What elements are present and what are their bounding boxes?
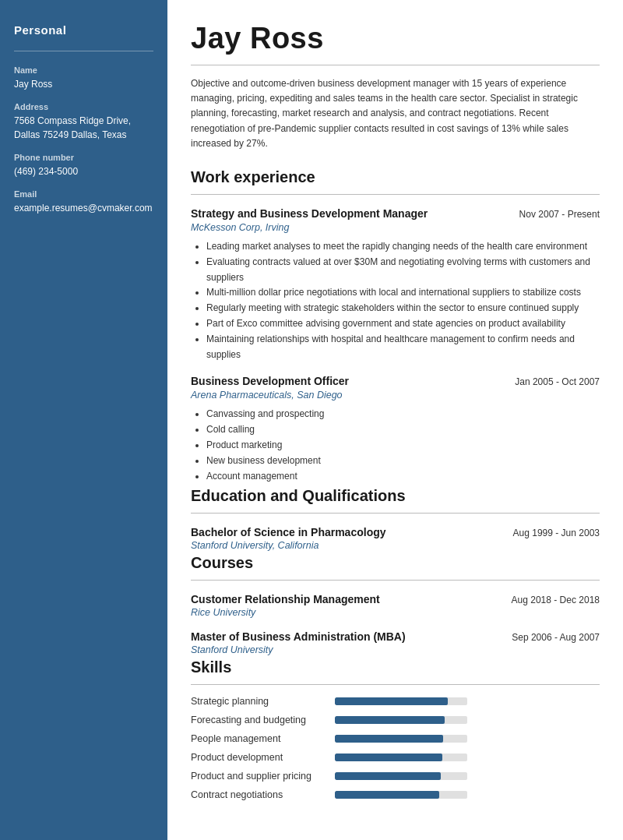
bullet-item: Evaluating contracts valued at over $30M… <box>206 255 600 286</box>
skill-row-0: Strategic planning <box>191 696 600 707</box>
course-institution-1: Rice University <box>191 607 600 618</box>
edu-degree-1: Bachelor of Science in Pharmacology <box>191 526 386 538</box>
name-divider <box>191 65 600 65</box>
education-title: Education and Qualifications <box>191 487 600 505</box>
courses-title: Courses <box>191 554 600 572</box>
skill-bar-fill-0 <box>335 697 448 705</box>
edu-dates-1: Aug 1999 - Jun 2003 <box>513 528 600 538</box>
education-item: Bachelor of Science in Pharmacology Aug … <box>191 526 600 551</box>
job-title-1: Strategy and Business Development Manage… <box>191 207 428 220</box>
resume-name: Jay Ross <box>191 22 600 55</box>
name-label: Name <box>14 65 153 75</box>
skills-divider <box>191 684 600 685</box>
job-company-2: Arena Pharmaceuticals, San Diego <box>191 390 600 401</box>
skill-bar-fill-2 <box>335 735 443 743</box>
sidebar-divider <box>14 51 153 51</box>
job-bullets-2: Canvassing and prospecting Cold calling … <box>191 407 600 484</box>
skill-bar-bg-0 <box>335 697 467 705</box>
course-dates-1: Aug 2018 - Dec 2018 <box>512 595 600 605</box>
course-dates-2: Sep 2006 - Aug 2007 <box>512 632 600 643</box>
skills-section: Skills Strategic planning Forecasting an… <box>191 658 600 800</box>
bullet-item: Regularly meeting with strategic stakeho… <box>206 301 600 316</box>
skill-bar-bg-5 <box>335 791 467 799</box>
sidebar: Personal Name Jay Ross Address 7568 Comp… <box>0 0 167 840</box>
bullet-item: Canvassing and prospecting <box>206 407 600 422</box>
skill-bar-bg-1 <box>335 716 467 724</box>
course-institution-2: Stanford University <box>191 644 600 655</box>
course-header-1: Customer Relationship Management Aug 201… <box>191 593 600 605</box>
bullet-item: Product marketing <box>206 438 600 454</box>
courses-divider <box>191 580 600 581</box>
bullet-item: Account management <box>206 469 600 485</box>
skill-bar-fill-4 <box>335 772 441 780</box>
education-section: Education and Qualifications Bachelor of… <box>191 487 600 551</box>
skill-name-2: People management <box>191 733 335 744</box>
course-item: Customer Relationship Management Aug 201… <box>191 593 600 618</box>
course-name-2: Master of Business Administration (MBA) <box>191 630 406 643</box>
address-label: Address <box>14 102 153 111</box>
skill-bar-bg-3 <box>335 754 467 761</box>
course-name-1: Customer Relationship Management <box>191 593 380 605</box>
phone-value: (469) 234-5000 <box>14 164 153 178</box>
skill-row-3: Product development <box>191 752 600 763</box>
edu-header-1: Bachelor of Science in Pharmacology Aug … <box>191 526 600 538</box>
edu-divider <box>191 513 600 514</box>
address-value: 7568 Compass Ridge Drive, Dallas 75249 D… <box>14 114 153 142</box>
job-dates-2: Jan 2005 - Oct 2007 <box>515 376 600 387</box>
skill-name-0: Strategic planning <box>191 696 335 707</box>
job-item: Strategy and Business Development Manage… <box>191 207 600 362</box>
skill-row-1: Forecasting and budgeting <box>191 715 600 725</box>
skill-name-1: Forecasting and budgeting <box>191 715 335 725</box>
skills-list: Strategic planning Forecasting and budge… <box>191 696 600 800</box>
work-experience-section: Work experience Strategy and Business De… <box>191 168 600 484</box>
job-item: Business Development Officer Jan 2005 - … <box>191 375 600 484</box>
bullet-item: Multi-million dollar price negotiations … <box>206 285 600 301</box>
skill-bar-fill-3 <box>335 754 442 761</box>
course-header-2: Master of Business Administration (MBA) … <box>191 630 600 643</box>
courses-section: Courses Customer Relationship Management… <box>191 554 600 655</box>
skill-bar-bg-2 <box>335 735 467 743</box>
email-value: example.resumes@cvmaker.com <box>14 201 153 215</box>
job-dates-1: Nov 2007 - Present <box>519 209 600 220</box>
bullet-item: Maintaining relationships with hospital … <box>206 332 600 363</box>
main-content: Jay Ross Objective and outcome-driven bu… <box>167 0 623 840</box>
sidebar-section-title: Personal <box>14 23 153 37</box>
bullet-item: New business development <box>206 454 600 469</box>
work-experience-title: Work experience <box>191 168 600 186</box>
course-item: Master of Business Administration (MBA) … <box>191 630 600 655</box>
job-header-1: Strategy and Business Development Manage… <box>191 207 600 220</box>
bullet-item: Part of Exco committee advising governme… <box>206 316 600 332</box>
skill-name-3: Product development <box>191 752 335 763</box>
edu-institution-1: Stanford University, California <box>191 540 600 551</box>
objective-text: Objective and outcome-driven business de… <box>191 76 600 151</box>
job-bullets-1: Leading market analyses to meet the rapi… <box>191 239 600 362</box>
phone-label: Phone number <box>14 153 153 162</box>
skill-row-4: Product and supplier pricing <box>191 771 600 782</box>
work-divider <box>191 194 600 195</box>
skill-name-5: Contract negotiations <box>191 789 335 800</box>
job-title-2: Business Development Officer <box>191 375 349 387</box>
bullet-item: Leading market analyses to meet the rapi… <box>206 239 600 255</box>
skill-row-5: Contract negotiations <box>191 789 600 800</box>
job-header-2: Business Development Officer Jan 2005 - … <box>191 375 600 387</box>
bullet-item: Cold calling <box>206 422 600 438</box>
skill-bar-fill-1 <box>335 716 445 724</box>
email-label: Email <box>14 189 153 199</box>
skills-title: Skills <box>191 658 600 676</box>
skill-name-4: Product and supplier pricing <box>191 771 335 782</box>
job-company-1: McKesson Corp, Irving <box>191 222 600 233</box>
skill-row-2: People management <box>191 733 600 744</box>
name-value: Jay Ross <box>14 77 153 91</box>
skill-bar-fill-5 <box>335 791 439 799</box>
skill-bar-bg-4 <box>335 772 467 780</box>
